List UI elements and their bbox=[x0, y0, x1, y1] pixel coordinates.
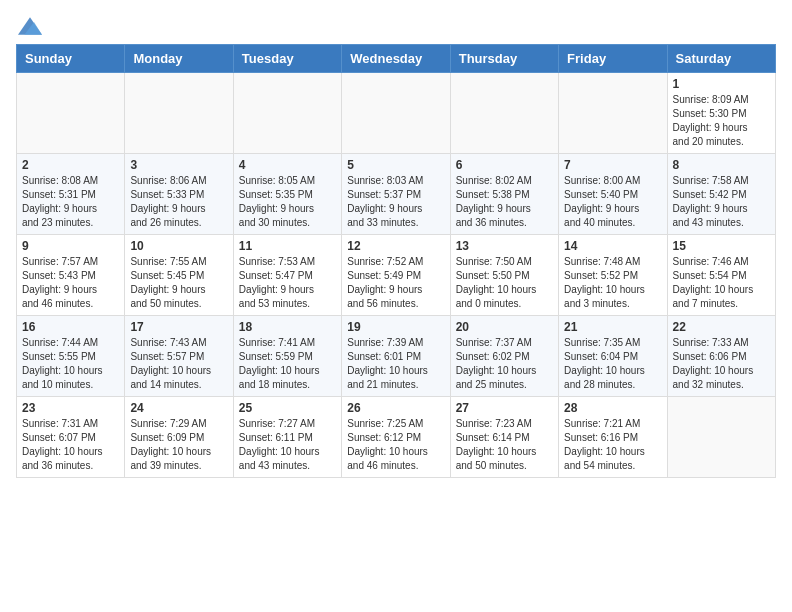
day-info: Sunrise: 8:03 AM Sunset: 5:37 PM Dayligh… bbox=[347, 174, 444, 230]
calendar-week-row: 16Sunrise: 7:44 AM Sunset: 5:55 PM Dayli… bbox=[17, 316, 776, 397]
day-info: Sunrise: 7:41 AM Sunset: 5:59 PM Dayligh… bbox=[239, 336, 336, 392]
calendar-day-cell: 1Sunrise: 8:09 AM Sunset: 5:30 PM Daylig… bbox=[667, 73, 775, 154]
day-info: Sunrise: 8:06 AM Sunset: 5:33 PM Dayligh… bbox=[130, 174, 227, 230]
calendar-day-cell: 11Sunrise: 7:53 AM Sunset: 5:47 PM Dayli… bbox=[233, 235, 341, 316]
calendar-day-cell: 16Sunrise: 7:44 AM Sunset: 5:55 PM Dayli… bbox=[17, 316, 125, 397]
day-number: 15 bbox=[673, 239, 770, 253]
calendar-day-cell bbox=[125, 73, 233, 154]
day-number: 4 bbox=[239, 158, 336, 172]
weekday-header: Monday bbox=[125, 45, 233, 73]
day-number: 18 bbox=[239, 320, 336, 334]
calendar-week-row: 2Sunrise: 8:08 AM Sunset: 5:31 PM Daylig… bbox=[17, 154, 776, 235]
day-number: 16 bbox=[22, 320, 119, 334]
day-info: Sunrise: 7:29 AM Sunset: 6:09 PM Dayligh… bbox=[130, 417, 227, 473]
calendar-day-cell: 3Sunrise: 8:06 AM Sunset: 5:33 PM Daylig… bbox=[125, 154, 233, 235]
calendar-day-cell bbox=[233, 73, 341, 154]
calendar-day-cell: 17Sunrise: 7:43 AM Sunset: 5:57 PM Dayli… bbox=[125, 316, 233, 397]
day-number: 10 bbox=[130, 239, 227, 253]
day-info: Sunrise: 7:50 AM Sunset: 5:50 PM Dayligh… bbox=[456, 255, 553, 311]
day-info: Sunrise: 7:57 AM Sunset: 5:43 PM Dayligh… bbox=[22, 255, 119, 311]
calendar-day-cell: 28Sunrise: 7:21 AM Sunset: 6:16 PM Dayli… bbox=[559, 397, 667, 478]
weekday-header: Sunday bbox=[17, 45, 125, 73]
calendar-day-cell: 6Sunrise: 8:02 AM Sunset: 5:38 PM Daylig… bbox=[450, 154, 558, 235]
day-info: Sunrise: 8:09 AM Sunset: 5:30 PM Dayligh… bbox=[673, 93, 770, 149]
day-info: Sunrise: 7:48 AM Sunset: 5:52 PM Dayligh… bbox=[564, 255, 661, 311]
calendar-day-cell bbox=[17, 73, 125, 154]
day-info: Sunrise: 7:21 AM Sunset: 6:16 PM Dayligh… bbox=[564, 417, 661, 473]
day-number: 27 bbox=[456, 401, 553, 415]
calendar-day-cell bbox=[667, 397, 775, 478]
calendar-day-cell: 5Sunrise: 8:03 AM Sunset: 5:37 PM Daylig… bbox=[342, 154, 450, 235]
day-number: 26 bbox=[347, 401, 444, 415]
day-info: Sunrise: 7:44 AM Sunset: 5:55 PM Dayligh… bbox=[22, 336, 119, 392]
calendar-day-cell: 4Sunrise: 8:05 AM Sunset: 5:35 PM Daylig… bbox=[233, 154, 341, 235]
day-number: 6 bbox=[456, 158, 553, 172]
page-header bbox=[16, 16, 776, 36]
weekday-header: Tuesday bbox=[233, 45, 341, 73]
calendar-day-cell: 24Sunrise: 7:29 AM Sunset: 6:09 PM Dayli… bbox=[125, 397, 233, 478]
day-number: 20 bbox=[456, 320, 553, 334]
day-info: Sunrise: 7:31 AM Sunset: 6:07 PM Dayligh… bbox=[22, 417, 119, 473]
day-info: Sunrise: 7:27 AM Sunset: 6:11 PM Dayligh… bbox=[239, 417, 336, 473]
day-number: 17 bbox=[130, 320, 227, 334]
day-info: Sunrise: 7:52 AM Sunset: 5:49 PM Dayligh… bbox=[347, 255, 444, 311]
calendar-day-cell: 7Sunrise: 8:00 AM Sunset: 5:40 PM Daylig… bbox=[559, 154, 667, 235]
calendar-day-cell: 22Sunrise: 7:33 AM Sunset: 6:06 PM Dayli… bbox=[667, 316, 775, 397]
day-info: Sunrise: 7:25 AM Sunset: 6:12 PM Dayligh… bbox=[347, 417, 444, 473]
day-info: Sunrise: 8:05 AM Sunset: 5:35 PM Dayligh… bbox=[239, 174, 336, 230]
day-number: 2 bbox=[22, 158, 119, 172]
day-info: Sunrise: 7:43 AM Sunset: 5:57 PM Dayligh… bbox=[130, 336, 227, 392]
day-number: 7 bbox=[564, 158, 661, 172]
day-number: 9 bbox=[22, 239, 119, 253]
logo-icon bbox=[18, 16, 42, 36]
day-number: 19 bbox=[347, 320, 444, 334]
day-number: 12 bbox=[347, 239, 444, 253]
logo bbox=[16, 16, 42, 36]
calendar-day-cell: 25Sunrise: 7:27 AM Sunset: 6:11 PM Dayli… bbox=[233, 397, 341, 478]
day-info: Sunrise: 7:58 AM Sunset: 5:42 PM Dayligh… bbox=[673, 174, 770, 230]
calendar-day-cell: 20Sunrise: 7:37 AM Sunset: 6:02 PM Dayli… bbox=[450, 316, 558, 397]
day-info: Sunrise: 8:00 AM Sunset: 5:40 PM Dayligh… bbox=[564, 174, 661, 230]
calendar-day-cell: 2Sunrise: 8:08 AM Sunset: 5:31 PM Daylig… bbox=[17, 154, 125, 235]
day-number: 13 bbox=[456, 239, 553, 253]
calendar-day-cell: 10Sunrise: 7:55 AM Sunset: 5:45 PM Dayli… bbox=[125, 235, 233, 316]
calendar-day-cell: 14Sunrise: 7:48 AM Sunset: 5:52 PM Dayli… bbox=[559, 235, 667, 316]
day-info: Sunrise: 7:33 AM Sunset: 6:06 PM Dayligh… bbox=[673, 336, 770, 392]
calendar-day-cell bbox=[342, 73, 450, 154]
weekday-header: Thursday bbox=[450, 45, 558, 73]
calendar-week-row: 1Sunrise: 8:09 AM Sunset: 5:30 PM Daylig… bbox=[17, 73, 776, 154]
calendar-day-cell: 27Sunrise: 7:23 AM Sunset: 6:14 PM Dayli… bbox=[450, 397, 558, 478]
day-info: Sunrise: 7:46 AM Sunset: 5:54 PM Dayligh… bbox=[673, 255, 770, 311]
weekday-header: Wednesday bbox=[342, 45, 450, 73]
calendar-day-cell: 12Sunrise: 7:52 AM Sunset: 5:49 PM Dayli… bbox=[342, 235, 450, 316]
weekday-header: Friday bbox=[559, 45, 667, 73]
weekday-header: Saturday bbox=[667, 45, 775, 73]
calendar-day-cell: 26Sunrise: 7:25 AM Sunset: 6:12 PM Dayli… bbox=[342, 397, 450, 478]
calendar-day-cell: 19Sunrise: 7:39 AM Sunset: 6:01 PM Dayli… bbox=[342, 316, 450, 397]
calendar-day-cell: 8Sunrise: 7:58 AM Sunset: 5:42 PM Daylig… bbox=[667, 154, 775, 235]
calendar-table: SundayMondayTuesdayWednesdayThursdayFrid… bbox=[16, 44, 776, 478]
day-info: Sunrise: 7:35 AM Sunset: 6:04 PM Dayligh… bbox=[564, 336, 661, 392]
day-info: Sunrise: 7:39 AM Sunset: 6:01 PM Dayligh… bbox=[347, 336, 444, 392]
calendar-week-row: 9Sunrise: 7:57 AM Sunset: 5:43 PM Daylig… bbox=[17, 235, 776, 316]
day-number: 28 bbox=[564, 401, 661, 415]
day-info: Sunrise: 8:02 AM Sunset: 5:38 PM Dayligh… bbox=[456, 174, 553, 230]
day-number: 23 bbox=[22, 401, 119, 415]
day-number: 8 bbox=[673, 158, 770, 172]
calendar-week-row: 23Sunrise: 7:31 AM Sunset: 6:07 PM Dayli… bbox=[17, 397, 776, 478]
day-number: 3 bbox=[130, 158, 227, 172]
calendar-header-row: SundayMondayTuesdayWednesdayThursdayFrid… bbox=[17, 45, 776, 73]
calendar-day-cell: 18Sunrise: 7:41 AM Sunset: 5:59 PM Dayli… bbox=[233, 316, 341, 397]
day-number: 5 bbox=[347, 158, 444, 172]
calendar-day-cell: 13Sunrise: 7:50 AM Sunset: 5:50 PM Dayli… bbox=[450, 235, 558, 316]
calendar-day-cell: 15Sunrise: 7:46 AM Sunset: 5:54 PM Dayli… bbox=[667, 235, 775, 316]
day-number: 25 bbox=[239, 401, 336, 415]
day-number: 22 bbox=[673, 320, 770, 334]
day-number: 24 bbox=[130, 401, 227, 415]
day-info: Sunrise: 7:37 AM Sunset: 6:02 PM Dayligh… bbox=[456, 336, 553, 392]
day-info: Sunrise: 7:53 AM Sunset: 5:47 PM Dayligh… bbox=[239, 255, 336, 311]
day-number: 21 bbox=[564, 320, 661, 334]
day-info: Sunrise: 7:55 AM Sunset: 5:45 PM Dayligh… bbox=[130, 255, 227, 311]
calendar-day-cell bbox=[559, 73, 667, 154]
calendar-day-cell: 9Sunrise: 7:57 AM Sunset: 5:43 PM Daylig… bbox=[17, 235, 125, 316]
